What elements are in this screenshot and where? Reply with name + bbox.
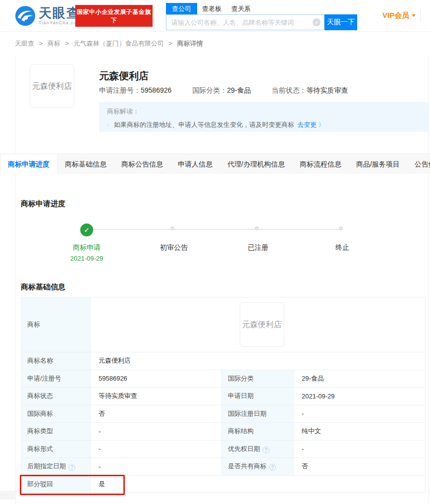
row-label: 商标形式 [21, 440, 91, 458]
tab-basic-info[interactable]: 商标基础信息 [57, 154, 114, 174]
row-value: - [91, 458, 222, 476]
table-row: 申请/注册号 59586926 国际分类 29-食品 [21, 370, 426, 388]
table-row: 商标 元森便利店 [21, 297, 426, 352]
row-label: 商标 [21, 297, 91, 352]
search-type-tabs: 查公司 查老板 查关系 [166, 3, 256, 15]
basic-info-table: 商标 元森便利店 商标名称 元森便利店 申请/注册号 59586926 国际分类… [21, 297, 426, 493]
row-value: - [91, 440, 222, 458]
header-divider [420, 10, 421, 22]
row-value: 等待实质审查 [91, 388, 222, 405]
step-label-registered: 已注册 [248, 243, 269, 252]
tab-announcement[interactable]: 公告信息 [407, 154, 430, 174]
chevron-down-icon [412, 14, 416, 17]
row-value: - [91, 423, 222, 441]
row-label: 申请日期 [222, 388, 294, 405]
row-value: 29-食品 [294, 370, 426, 388]
status-value: 等待实质审查 [307, 86, 348, 94]
progress-connector-line [87, 229, 342, 230]
row-label: 优先权日期 [228, 445, 260, 452]
row-label: 商标名称 [21, 352, 91, 370]
row-value: 是 [91, 475, 426, 493]
content-left-border [15, 56, 16, 504]
row-value: 59586926 [91, 370, 222, 388]
breadcrumb-item[interactable]: 天眼查 [15, 40, 34, 47]
table-row: 商标名称 元森便利店 [21, 352, 426, 370]
tab-agency-info[interactable]: 代理/办理机构信息 [220, 154, 292, 174]
help-icon[interactable]: ? [263, 447, 269, 453]
search-tab-company[interactable]: 查公司 [166, 3, 197, 15]
table-row: 商标类型 - 商标结构 纯中文 [21, 423, 426, 441]
row-label: 申请/注册号 [21, 370, 91, 388]
step-date-applied: 2021-09-29 [70, 255, 104, 262]
tab-gazette-info[interactable]: 商标公告信息 [114, 154, 170, 174]
row-label: 国际注册日期 [222, 405, 294, 423]
tip-text: 如果商标的注册地址、申请人等信息发生变化，请及时变更商标 [114, 121, 294, 128]
table-row: 后期指定日期? - 是否共有商标? 否 [21, 458, 426, 476]
row-label: 商标结构 [222, 423, 294, 441]
tab-process-info[interactable]: 商标流程信息 [292, 154, 349, 174]
breadcrumb-separator: > [39, 40, 43, 47]
row-value: 元森便利店 [91, 352, 426, 370]
logo-title: 天眼查 [39, 6, 81, 19]
help-icon[interactable]: ? [68, 464, 75, 471]
clear-search-icon[interactable]: × [313, 18, 321, 26]
breadcrumb-current: 商标详情 [177, 40, 203, 47]
breadcrumb: 天眼查 > 商标 > 元气森林（厦门）食品有限公司 > 商标详情 [0, 32, 430, 55]
top-header: 天眼查 TianYanCha.com 国家中小企业发展子基金旗下 官方备案企业征… [0, 0, 430, 32]
row-value: 否 [294, 458, 426, 476]
tab-applicant-info[interactable]: 申请人信息 [170, 154, 220, 174]
step-label-terminated: 终止 [335, 243, 349, 252]
tianyancha-eye-icon [15, 5, 36, 26]
table-row: 商标状态 等待实质审查 申请日期 2021-09-29 [21, 388, 426, 405]
logo-domain: TianYanCha.com [39, 20, 81, 25]
progress-section-title: 商标申请进度 [21, 199, 65, 209]
trademark-tip-box: 商标解读： 如果商标的注册地址、申请人等信息发生变化，请及时变更商标去变更 〉 [99, 102, 429, 132]
row-label: 商标类型 [21, 423, 91, 441]
row-value: 否 [91, 405, 222, 423]
progress-dot-pending [339, 226, 343, 230]
vip-label: VIP会员 [382, 11, 409, 20]
breadcrumb-item[interactable]: 商标 [48, 40, 60, 47]
check-icon: ✓ [80, 224, 93, 236]
row-label: 商标状态 [21, 388, 91, 405]
row-value: - [294, 405, 426, 423]
row-label: 国际商标 [21, 405, 91, 423]
page-edge-shade [0, 491, 15, 500]
reg-no-label: 申请注册号： [99, 86, 141, 94]
row-value: 2021-09-29 [294, 388, 426, 405]
breadcrumb-item-company[interactable]: 元气森林（厦门）食品有限公司 [74, 40, 164, 47]
site-logo[interactable]: 天眼查 TianYanCha.com [15, 5, 81, 26]
search-button[interactable]: 天眼一下 [324, 14, 357, 30]
tab-application-progress[interactable]: 商标申请进度 [0, 154, 57, 174]
trademark-image-cell: 元森便利店 [240, 302, 284, 347]
table-row-partial-rejection: 部分驳回 是 [21, 475, 426, 493]
breadcrumb-separator: > [168, 40, 172, 47]
search-input[interactable] [166, 14, 324, 30]
class-value: 29-食品 [227, 86, 251, 94]
table-row: 商标形式 - 优先权日期? - [21, 440, 426, 458]
tip-title: 商标解读： [107, 107, 421, 116]
reg-no-value: 59586926 [141, 86, 171, 94]
progress-dot-pending [255, 226, 259, 230]
help-icon[interactable]: ? [269, 464, 276, 471]
step-label-applied: 商标申请 [73, 243, 101, 252]
trademark-image: 元森便利店 [30, 64, 74, 108]
search-tab-relation[interactable]: 查关系 [226, 3, 256, 15]
vip-member-link[interactable]: VIP会员 [382, 11, 416, 20]
row-value: 纯中文 [294, 423, 426, 441]
row-label: 是否共有商标 [228, 462, 267, 470]
breadcrumb-separator: > [65, 40, 69, 47]
detail-tab-bar: 商标申请进度 商标基础信息 商标公告信息 申请人信息 代理/办理机构信息 商标流… [0, 154, 430, 174]
search-tab-boss[interactable]: 查老板 [197, 3, 226, 15]
go-change-link[interactable]: 去变更 〉 [297, 121, 325, 128]
row-label: 后期指定日期 [27, 462, 66, 470]
tab-goods-services[interactable]: 商品/服务项目 [349, 154, 407, 174]
badge-line1: 国家中小企业发展子基金旗下 [75, 8, 153, 25]
class-label: 国际分类： [192, 86, 227, 94]
row-label: 部分驳回 [21, 475, 91, 493]
search-box: × 天眼一下 [166, 14, 357, 30]
row-value: - [294, 440, 426, 458]
page-title: 元森便利店 [99, 69, 149, 83]
progress-dot-pending [170, 226, 174, 230]
trademark-summary-fields: 申请注册号：59586926 国际分类：29-食品 当前状态：等待实质审查 [99, 86, 369, 95]
